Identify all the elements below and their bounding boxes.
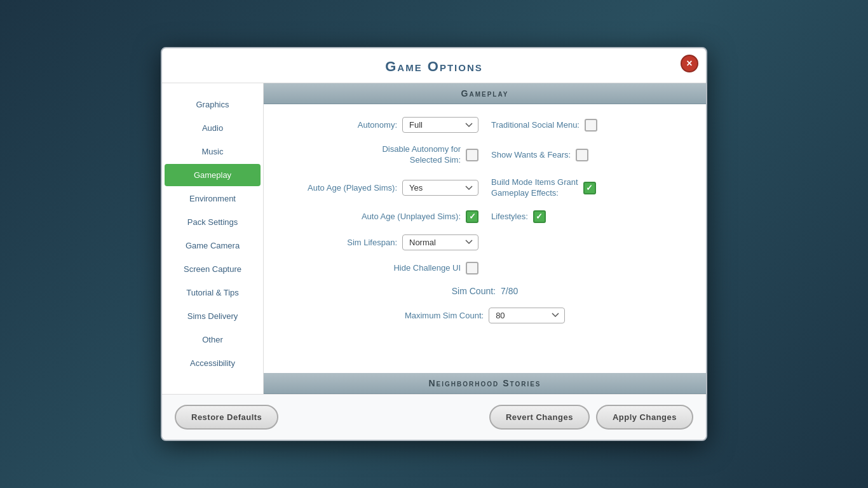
sidebar-item-pack-settings[interactable]: Pack Settings [165, 211, 261, 233]
show-wants-fears-row: Show Wants & Fears: [491, 144, 691, 166]
traditional-social-menu-label: Traditional Social Menu: [491, 120, 580, 130]
traditional-social-menu-row: Traditional Social Menu: [491, 117, 691, 133]
build-mode-row: Build Mode Items GrantGameplay Effects: [491, 177, 691, 199]
auto-age-played-row: Auto Age (Played Sims): Yes No [279, 177, 478, 199]
sim-count-row: Sim Count: 7/80 [279, 286, 691, 296]
sidebar-item-game-camera[interactable]: Game Camera [165, 234, 261, 257]
lifestyles-label: Lifestyles: [491, 212, 528, 221]
footer-right: Revert Changes Apply Changes [489, 405, 693, 430]
show-wants-fears-label: Show Wants & Fears: [491, 150, 571, 159]
hide-challenge-label: Hide Challenge UI [393, 263, 461, 273]
auto-age-played-label: Auto Age (Played Sims): [308, 183, 397, 193]
sidebar-item-gameplay[interactable]: Gameplay [165, 164, 261, 186]
sim-lifespan-dropdown[interactable]: Short Normal Long Epic [402, 234, 478, 250]
autonomy-dropdown[interactable]: Full Low High Off [402, 117, 478, 133]
modal-body: Graphics Audio Music Gameplay Environmen… [162, 83, 706, 394]
build-mode-checkbox[interactable] [583, 182, 596, 194]
apply-changes-button[interactable]: Apply Changes [596, 405, 693, 430]
sim-lifespan-row: Sim Lifespan: Short Normal Long Epic [279, 234, 478, 250]
max-sim-count-row: Maximum Sim Count: 20 40 60 80 100 [279, 308, 691, 323]
traditional-social-menu-checkbox[interactable] [585, 119, 597, 132]
sidebar-item-graphics[interactable]: Graphics [165, 93, 261, 116]
disable-autonomy-checkbox[interactable] [466, 149, 478, 161]
sim-count-value: 7/80 [501, 286, 518, 296]
disable-autonomy-label: Disable Autonomy forSelected Sim: [382, 144, 461, 166]
autonomy-row: Autonomy: Full Low High Off [279, 117, 478, 133]
lifestyles-row: Lifestyles: [491, 210, 691, 223]
hide-challenge-row: Hide Challenge UI [279, 262, 478, 274]
sidebar-item-screen-capture[interactable]: Screen Capture [165, 258, 261, 280]
max-sim-count-label: Maximum Sim Count: [405, 311, 484, 320]
sidebar-item-tutorial-tips[interactable]: Tutorial & Tips [165, 281, 261, 304]
game-options-modal: Game Options × Graphics Audio Music Game… [161, 47, 707, 441]
auto-age-unplayed-checkbox[interactable] [466, 210, 478, 223]
show-wants-fears-checkbox[interactable] [576, 149, 588, 161]
modal-footer: Restore Defaults Revert Changes Apply Ch… [162, 394, 706, 440]
auto-age-played-dropdown[interactable]: Yes No [402, 180, 478, 196]
build-mode-label: Build Mode Items GrantGameplay Effects: [491, 177, 578, 199]
gameplay-section-header: Gameplay [264, 83, 706, 104]
auto-age-unplayed-row: Auto Age (Unplayed Sims): [279, 210, 478, 223]
content-area: Gameplay Autonomy: Full Low High Off [264, 83, 706, 394]
modal-title: Game Options [385, 58, 483, 74]
lifestyles-checkbox[interactable] [533, 210, 546, 223]
auto-age-unplayed-label: Auto Age (Unplayed Sims): [362, 212, 461, 221]
autonomy-label: Autonomy: [358, 120, 397, 130]
sim-lifespan-label: Sim Lifespan: [347, 238, 397, 247]
disable-autonomy-row: Disable Autonomy forSelected Sim: [279, 144, 478, 166]
sidebar-item-environment[interactable]: Environment [165, 187, 261, 210]
footer-left: Restore Defaults [175, 405, 278, 430]
sidebar-item-audio[interactable]: Audio [165, 117, 261, 139]
sidebar: Graphics Audio Music Gameplay Environmen… [162, 83, 264, 394]
hide-challenge-checkbox[interactable] [466, 262, 478, 274]
sidebar-item-music[interactable]: Music [165, 140, 261, 163]
gameplay-settings: Autonomy: Full Low High Off Traditional … [264, 104, 706, 336]
sidebar-item-sims-delivery[interactable]: Sims Delivery [165, 305, 261, 327]
revert-changes-button[interactable]: Revert Changes [489, 405, 590, 430]
sidebar-item-other[interactable]: Other [165, 329, 261, 351]
neighborhood-section-header: Neighborhood Stories [264, 373, 706, 394]
restore-defaults-button[interactable]: Restore Defaults [175, 405, 278, 430]
sim-count-label: Sim Count: [452, 286, 496, 296]
max-sim-count-dropdown[interactable]: 20 40 60 80 100 [489, 308, 565, 323]
close-button[interactable]: × [681, 55, 698, 72]
modal-header: Game Options × [162, 48, 706, 83]
sidebar-item-accessibility[interactable]: Accessibility [165, 352, 261, 374]
